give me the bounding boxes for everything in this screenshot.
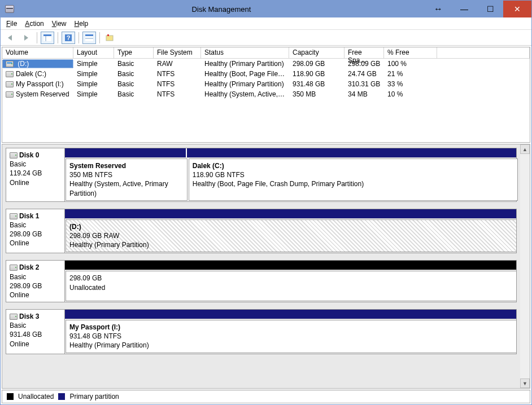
col-pctfree[interactable]: % Free	[384, 47, 437, 59]
view-top-button[interactable]	[82, 32, 96, 44]
col-filesystem[interactable]: File System	[154, 47, 201, 59]
disk-state: Online	[10, 178, 61, 187]
disk-row: Disk 0Basic119.24 GBOnlineSystem Reserve…	[6, 148, 517, 202]
partition-cell[interactable]: System Reserved350 MB NTFSHealthy (Syste…	[66, 159, 187, 201]
disk-size: 119.24 GB	[10, 169, 61, 178]
disk-size: 298.09 GB	[10, 230, 61, 239]
drive-icon	[6, 71, 14, 77]
volume-pctfree: 10 %	[384, 90, 437, 98]
col-volume[interactable]: Volume	[2, 47, 73, 59]
disk-row: Disk 2Basic298.09 GBOnline298.09 GBUnall…	[6, 260, 517, 302]
close-button[interactable]: ✕	[503, 1, 531, 17]
partition-status: Healthy (System, Active, Primary Partiti…	[69, 179, 184, 197]
partition-color-bar	[187, 148, 516, 157]
volume-row[interactable]: (D:)SimpleBasicRAWHealthy (Primary Parti…	[2, 59, 530, 69]
disk-state: Online	[10, 340, 61, 349]
menu-view[interactable]: View	[52, 20, 67, 28]
disk-icon	[10, 314, 18, 320]
disks-panel: Disk 0Basic119.24 GBOnlineSystem Reserve…	[2, 144, 520, 388]
disk-name: Disk 2	[19, 263, 39, 271]
volume-pctfree: 33 %	[384, 80, 437, 88]
scroll-up-button[interactable]: ▲	[520, 144, 530, 154]
vertical-scrollbar[interactable]: ▲ ▼	[520, 144, 530, 388]
disk-management-window: Disk Management ↔ — ☐ ✕ File Action View…	[0, 0, 532, 405]
volume-fs: NTFS	[154, 90, 201, 98]
menubar: File Action View Help	[1, 17, 531, 30]
partition-color-bar	[65, 148, 187, 157]
disk-name: Disk 0	[19, 151, 39, 159]
swatch-primary	[58, 393, 65, 400]
titlebar[interactable]: Disk Management ↔ — ☐ ✕	[1, 1, 531, 17]
help-button[interactable]: ?	[62, 32, 75, 44]
minimize-button[interactable]: —	[451, 1, 477, 17]
partition-status: Healthy (Primary Partition)	[69, 341, 513, 350]
drag-icon[interactable]: ↔	[425, 1, 451, 17]
drive-icon	[6, 61, 14, 67]
volume-status: Healthy (System, Active, Pr...	[201, 90, 289, 98]
volume-row[interactable]: System ReservedSimpleBasicNTFSHealthy (S…	[2, 89, 530, 99]
disk-info[interactable]: Disk 0Basic119.24 GBOnline	[6, 148, 65, 201]
volume-layout: Simple	[73, 90, 114, 98]
disk-type: Basic	[10, 221, 61, 230]
disk-size: 298.09 GB	[10, 281, 61, 290]
back-button[interactable]	[4, 32, 18, 44]
col-capacity[interactable]: Capacity	[289, 47, 345, 59]
col-layout[interactable]: Layout	[73, 47, 114, 59]
partition-status: Healthy (Boot, Page File, Crash Dump, Pr…	[193, 179, 514, 188]
partition-cell[interactable]: (D:)298.09 GB RAWHealthy (Primary Partit…	[66, 219, 517, 253]
settings-button[interactable]	[103, 32, 117, 44]
partition-size: 298.09 GB RAW	[69, 231, 513, 240]
volume-label: (D:)	[16, 60, 29, 68]
disk-name: Disk 1	[19, 212, 39, 220]
disk-type: Basic	[10, 321, 61, 330]
volume-free: 24.74 GB	[345, 70, 384, 78]
volume-type: Basic	[114, 90, 154, 98]
volume-fs: RAW	[154, 60, 201, 68]
partition-title: (D:)	[69, 222, 513, 231]
legend: Unallocated Primary partition	[2, 390, 530, 403]
volume-fs: NTFS	[154, 80, 201, 88]
menu-help[interactable]: Help	[75, 20, 89, 28]
window-title: Disk Management	[18, 5, 425, 14]
partition-title: System Reserved	[69, 161, 184, 170]
volume-row[interactable]: My Passport (I:)SimpleBasicNTFSHealthy (…	[2, 79, 530, 89]
volume-type: Basic	[114, 80, 154, 88]
volume-row[interactable]: Dalek (C:)SimpleBasicNTFSHealthy (Boot, …	[2, 69, 530, 79]
volume-pctfree: 21 %	[384, 70, 437, 78]
partition-cell[interactable]: Dalek (C:)118.90 GB NTFSHealthy (Boot, P…	[189, 159, 518, 201]
svg-rect-9	[107, 34, 109, 36]
col-free[interactable]: Free Spa...	[345, 47, 384, 59]
disk-type: Basic	[10, 160, 61, 169]
volume-layout: Simple	[73, 70, 114, 78]
volume-label: My Passport (I:)	[16, 80, 64, 88]
volume-status: Healthy (Primary Partition)	[201, 60, 289, 68]
disk-info[interactable]: Disk 2Basic298.09 GBOnline	[6, 261, 65, 302]
menu-action[interactable]: Action	[25, 20, 43, 28]
disk-row: Disk 3Basic931.48 GBOnlineMy Passport (I…	[6, 309, 517, 354]
partition-cell[interactable]: My Passport (I:)931.48 GB NTFSHealthy (P…	[66, 320, 517, 353]
menu-file[interactable]: File	[6, 20, 17, 28]
partition-status: Unallocated	[69, 283, 513, 292]
maximize-button[interactable]: ☐	[477, 1, 503, 17]
forward-button[interactable]	[20, 32, 33, 44]
disk-info[interactable]: Disk 1Basic298.09 GBOnline	[6, 209, 65, 253]
svg-rect-8	[106, 36, 113, 41]
volume-capacity: 298.09 GB	[289, 60, 345, 68]
disk-info[interactable]: Disk 3Basic931.48 GBOnline	[6, 310, 65, 354]
col-status[interactable]: Status	[201, 47, 289, 59]
svg-text:?: ?	[67, 34, 71, 41]
col-type[interactable]: Type	[114, 47, 154, 59]
volume-fs: NTFS	[154, 70, 201, 78]
svg-rect-1	[43, 34, 51, 36]
disk-state: Online	[10, 290, 61, 300]
disk-row: Disk 1Basic298.09 GBOnline (D:)298.09 GB…	[6, 209, 517, 254]
partition-cell[interactable]: 298.09 GBUnallocated	[66, 271, 517, 301]
scroll-down-button[interactable]: ▼	[520, 378, 530, 388]
legend-unallocated: Unallocated	[18, 393, 54, 400]
partition-size: 118.90 GB NTFS	[193, 170, 514, 179]
disk-icon	[10, 152, 18, 159]
volume-capacity: 118.90 GB	[289, 70, 345, 78]
show-hide-tree-button[interactable]	[41, 32, 54, 44]
partition-title: My Passport (I:)	[69, 323, 513, 332]
partition-size: 350 MB NTFS	[69, 170, 184, 179]
